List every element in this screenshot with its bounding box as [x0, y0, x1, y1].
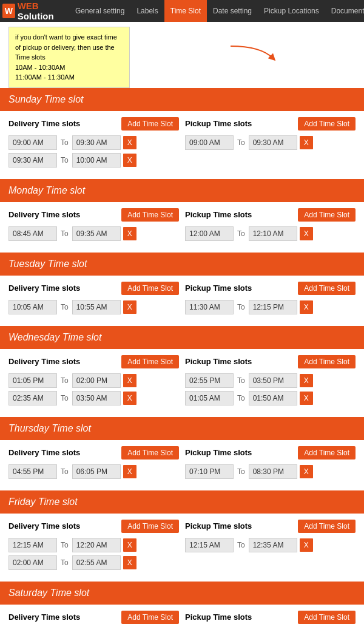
tab-pickup-locations[interactable]: Pickup Locations	[258, 0, 325, 22]
pickup-label-3: Pickup Time slots	[185, 357, 298, 366]
delivery-from-3-0[interactable]	[8, 373, 57, 388]
pickup-add-btn-3[interactable]: Add Time Slot	[298, 355, 356, 368]
pickup-from-3-0[interactable]	[185, 373, 234, 388]
pickup-add-btn-6[interactable]: Add Time Slot	[298, 611, 356, 624]
pickup-col-6: Pickup Time slotsAdd Time Slot	[185, 611, 356, 629]
delivery-to-5-1[interactable]	[72, 555, 121, 570]
to-label-2-0: To	[236, 303, 246, 311]
delivery-from-1-0[interactable]	[8, 226, 57, 241]
pickup-add-btn-5[interactable]: Add Time Slot	[298, 520, 356, 533]
delivery-remove-btn-0-0[interactable]: X	[123, 136, 136, 149]
delivery-from-3-1[interactable]	[8, 391, 57, 405]
pickup-remove-btn-0-0[interactable]: X	[300, 136, 313, 149]
delivery-to-0-1[interactable]	[72, 153, 121, 168]
pickup-remove-btn-3-1[interactable]: X	[300, 392, 313, 405]
delivery-to-1-0[interactable]	[72, 226, 121, 241]
to-label-1-0: To	[59, 229, 70, 238]
day-section-5: Friday Time slotDelivery Time slotsAdd T…	[0, 490, 364, 582]
tab-labels[interactable]: Labels	[130, 0, 164, 22]
delivery-from-5-1[interactable]	[8, 555, 57, 570]
day-body-4: Delivery Time slotsAdd Time SlotToXPicku…	[0, 440, 364, 490]
pickup-col-3: Pickup Time slotsAdd Time SlotToXToX	[185, 355, 356, 409]
to-label-3-0: To	[236, 376, 246, 385]
pickup-from-3-1[interactable]	[185, 391, 234, 405]
tooltip-arrow-icon	[231, 40, 279, 64]
pickup-to-2-0[interactable]	[249, 300, 297, 314]
to-label-1-0: To	[236, 229, 246, 238]
to-label-3-0: To	[59, 376, 70, 385]
delivery-from-5-0[interactable]	[8, 538, 57, 552]
pickup-remove-btn-3-0[interactable]: X	[300, 374, 313, 387]
pickup-label-4: Pickup Time slots	[185, 448, 298, 457]
pickup-slot-1-0: ToX	[185, 226, 356, 241]
tab-documentation[interactable]: Documentation	[325, 0, 364, 22]
delivery-remove-btn-0-1[interactable]: X	[123, 154, 136, 167]
delivery-remove-btn-3-1[interactable]: X	[123, 392, 136, 405]
pickup-from-5-0[interactable]	[185, 538, 234, 552]
day-body-0: Delivery Time slotsAdd Time SlotToXToXPi…	[0, 111, 364, 179]
delivery-to-0-0[interactable]	[72, 135, 121, 150]
delivery-slot-0-1: ToX	[8, 153, 179, 168]
pickup-add-btn-0[interactable]: Add Time Slot	[298, 117, 356, 131]
delivery-from-2-0[interactable]	[8, 300, 57, 314]
day-header-5: Friday Time slot	[0, 490, 364, 514]
pickup-to-4-0[interactable]	[249, 464, 297, 479]
day-body-5: Delivery Time slotsAdd Time SlotToXToXPi…	[0, 514, 364, 582]
delivery-remove-btn-4-0[interactable]: X	[123, 465, 136, 478]
delivery-add-btn-0[interactable]: Add Time Slot	[121, 117, 179, 131]
pickup-to-0-0[interactable]	[249, 135, 297, 150]
delivery-add-btn-5[interactable]: Add Time Slot	[121, 520, 179, 533]
delivery-add-btn-4[interactable]: Add Time Slot	[121, 446, 179, 460]
delivery-from-0-1[interactable]	[8, 153, 57, 168]
pickup-to-3-0[interactable]	[249, 373, 297, 388]
delivery-remove-btn-3-0[interactable]: X	[123, 374, 136, 387]
delivery-add-btn-1[interactable]: Add Time Slot	[121, 208, 179, 222]
delivery-col-3: Delivery Time slotsAdd Time SlotToXToX	[8, 355, 179, 409]
delivery-add-btn-6[interactable]: Add Time Slot	[121, 611, 179, 624]
pickup-add-btn-4[interactable]: Add Time Slot	[298, 446, 356, 460]
delivery-to-5-0[interactable]	[72, 538, 121, 552]
tab-time-slot[interactable]: Time Slot	[164, 0, 207, 22]
delivery-remove-btn-2-0[interactable]: X	[123, 300, 136, 314]
pickup-slot-0-0: ToX	[185, 135, 356, 150]
tab-date-setting[interactable]: Date setting	[207, 0, 258, 22]
delivery-col-0: Delivery Time slotsAdd Time SlotToXToX	[8, 117, 179, 171]
pickup-remove-btn-1-0[interactable]: X	[300, 227, 313, 240]
pickup-to-5-0[interactable]	[249, 538, 297, 552]
delivery-slot-3-1: ToX	[8, 391, 179, 405]
delivery-remove-btn-5-0[interactable]: X	[123, 538, 136, 552]
delivery-remove-btn-5-1[interactable]: X	[123, 556, 136, 569]
delivery-to-3-1[interactable]	[72, 391, 121, 405]
tooltip-area: if you don't want to give exact time of …	[0, 22, 364, 88]
pickup-label-5: Pickup Time slots	[185, 521, 298, 531]
pickup-slot-3-0: ToX	[185, 373, 356, 388]
delivery-remove-btn-1-0[interactable]: X	[123, 227, 136, 240]
delivery-add-btn-2[interactable]: Add Time Slot	[121, 282, 179, 295]
day-section-4: Thursday Time slotDelivery Time slotsAdd…	[0, 417, 364, 490]
pickup-from-4-0[interactable]	[185, 464, 234, 479]
pickup-add-btn-1[interactable]: Add Time Slot	[298, 208, 356, 222]
pickup-remove-btn-4-0[interactable]: X	[300, 465, 313, 478]
pickup-from-1-0[interactable]	[185, 226, 234, 241]
pickup-from-2-0[interactable]	[185, 300, 234, 314]
pickup-from-0-0[interactable]	[185, 135, 234, 150]
pickup-to-3-1[interactable]	[249, 391, 297, 405]
delivery-to-3-0[interactable]	[72, 373, 121, 388]
pickup-remove-btn-5-0[interactable]: X	[300, 538, 313, 552]
delivery-add-btn-3[interactable]: Add Time Slot	[121, 355, 179, 368]
pickup-slot-5-0: ToX	[185, 538, 356, 552]
brand-name: WEB Solution	[18, 1, 69, 21]
tab-general-setting[interactable]: General setting	[69, 0, 130, 22]
brand: W WEB Solution	[2, 1, 69, 21]
delivery-to-4-0[interactable]	[72, 464, 121, 479]
to-label-3-1: To	[236, 394, 246, 402]
pickup-remove-btn-2-0[interactable]: X	[300, 300, 313, 314]
pickup-add-btn-2[interactable]: Add Time Slot	[298, 282, 356, 295]
delivery-from-0-0[interactable]	[8, 135, 57, 150]
pickup-slot-2-0: ToX	[185, 300, 356, 314]
delivery-from-4-0[interactable]	[8, 464, 57, 479]
to-label-2-0: To	[59, 303, 70, 311]
pickup-to-1-0[interactable]	[249, 226, 297, 241]
pickup-slot-4-0: ToX	[185, 464, 356, 479]
delivery-to-2-0[interactable]	[72, 300, 121, 314]
